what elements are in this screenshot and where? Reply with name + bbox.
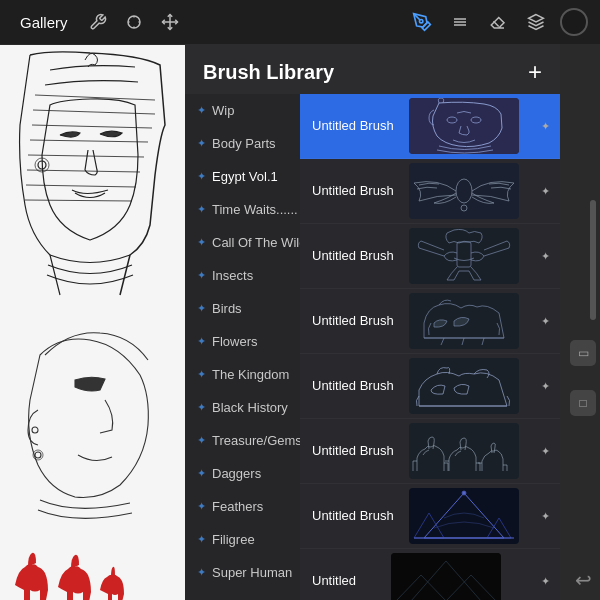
brush-item-info: Untitled — [312, 573, 356, 590]
svg-line-3 — [30, 140, 148, 142]
brush-item-info: Untitled Brush — [312, 248, 394, 265]
gallery-button[interactable]: Gallery — [12, 10, 76, 35]
category-item-feathers[interactable]: ✦ Feathers — [185, 490, 300, 523]
category-label: Call Of The Wild — [212, 235, 300, 250]
category-label: Wip — [212, 103, 234, 118]
category-label: Filigree — [212, 532, 255, 547]
category-label: The Kingdom — [212, 367, 289, 382]
color-swatch[interactable] — [560, 8, 588, 36]
category-label: Body Parts — [212, 136, 276, 151]
brush-item-info: Untitled Brush — [312, 183, 394, 200]
brush-edit-icon: ✦ — [541, 250, 550, 263]
wrench-icon[interactable] — [84, 8, 112, 36]
category-item-egypt-vol1[interactable]: ✦ Egypt Vol.1 — [185, 160, 300, 193]
brush-preview — [409, 293, 519, 349]
category-label: Daggers — [212, 466, 261, 481]
category-icon: ✦ — [197, 533, 206, 546]
brush-preview — [409, 358, 519, 414]
top-toolbar: Gallery — [0, 0, 600, 44]
category-icon: ✦ — [197, 401, 206, 414]
category-label: Treasure/Gems — [212, 433, 300, 448]
brush-item-name: Untitled Brush — [312, 313, 394, 328]
svg-point-34 — [462, 491, 466, 495]
category-label: Time Waits...... — [212, 202, 298, 217]
category-label: Birds — [212, 301, 242, 316]
brush-item-brush-7[interactable]: Untitled Brush ✦ — [300, 484, 560, 549]
category-item-call-wild[interactable]: ✦ Call Of The Wild — [185, 226, 300, 259]
brush-edit-icon: ✦ — [541, 380, 550, 393]
category-icon: ✦ — [197, 269, 206, 282]
brush-preview — [409, 423, 519, 479]
category-item-wip[interactable]: ✦ Wip — [185, 94, 300, 127]
category-item-body-parts[interactable]: ✦ Body Parts — [185, 127, 300, 160]
brush-item-info: Untitled Brush — [312, 443, 394, 460]
svg-point-13 — [128, 16, 140, 28]
brush-item-brush-6[interactable]: Untitled Brush ✦ — [300, 419, 560, 484]
toolbar-right — [408, 8, 588, 36]
brush-panel-header: Brush Library + — [185, 44, 560, 94]
scrollbar-track[interactable] — [590, 200, 596, 320]
category-label: Egypt Vol.1 — [212, 169, 278, 184]
category-icon: ✦ — [197, 236, 206, 249]
toolbar-left: Gallery — [12, 8, 398, 36]
brush-panel-title: Brush Library — [203, 61, 334, 84]
eraser-icon[interactable] — [484, 8, 512, 36]
brush-item-brush-8[interactable]: Untitled ✦ — [300, 549, 560, 600]
artwork-canvas[interactable] — [0, 45, 185, 600]
brush-item-name: Untitled Brush — [312, 118, 394, 133]
category-label: Flowers — [212, 334, 258, 349]
svg-line-4 — [28, 155, 144, 157]
brush-preview — [409, 98, 519, 154]
selection-icon[interactable] — [120, 8, 148, 36]
category-item-treasure-gems[interactable]: ✦ Treasure/Gems — [185, 424, 300, 457]
category-icon: ✦ — [197, 302, 206, 315]
svg-rect-28 — [409, 423, 519, 479]
brush-item-brush-2[interactable]: Untitled Brush ✦ — [300, 159, 560, 224]
brush-preview — [409, 163, 519, 219]
brush-edit-icon: ✦ — [541, 575, 550, 588]
scroll-control-2[interactable]: □ — [570, 390, 596, 416]
scroll-control-1[interactable]: ▭ — [570, 340, 596, 366]
svg-marker-17 — [529, 15, 544, 23]
smudge-icon[interactable] — [446, 8, 474, 36]
svg-point-16 — [420, 20, 423, 23]
category-item-time-waits[interactable]: ✦ Time Waits...... — [185, 193, 300, 226]
category-item-filigree[interactable]: ✦ Filigree — [185, 523, 300, 556]
brush-edit-icon: ✦ — [541, 120, 550, 133]
category-item-kingdom[interactable]: ✦ The Kingdom — [185, 358, 300, 391]
svg-line-1 — [33, 110, 155, 114]
brush-preview — [391, 553, 501, 600]
svg-line-2 — [32, 125, 152, 128]
category-item-flowers[interactable]: ✦ Flowers — [185, 325, 300, 358]
svg-point-10 — [32, 427, 38, 433]
brush-item-brush-4[interactable]: Untitled Brush ✦ — [300, 289, 560, 354]
svg-rect-35 — [391, 553, 501, 600]
brush-item-brush-1[interactable]: Untitled Brush ✦ — [300, 94, 560, 159]
category-item-black-history[interactable]: ✦ Black History — [185, 391, 300, 424]
svg-line-6 — [26, 185, 136, 187]
category-list: ✦ Wip ✦ Body Parts ✦ Egypt Vol.1 ✦ Time … — [185, 94, 300, 600]
brush-preview — [409, 228, 519, 284]
brush-edit-icon: ✦ — [541, 510, 550, 523]
brush-item-brush-5[interactable]: Untitled Brush ✦ — [300, 354, 560, 419]
brush-item-name: Untitled Brush — [312, 508, 394, 523]
layers-icon[interactable] — [522, 8, 550, 36]
category-label: Insects — [212, 268, 253, 283]
category-item-insects[interactable]: ✦ Insects — [185, 259, 300, 292]
category-icon: ✦ — [197, 203, 206, 216]
brush-item-brush-3[interactable]: Untitled Brush ✦ — [300, 224, 560, 289]
category-icon: ✦ — [197, 137, 206, 150]
transform-icon[interactable] — [156, 8, 184, 36]
brush-add-button[interactable]: + — [528, 60, 542, 84]
category-icon: ✦ — [197, 170, 206, 183]
artwork-drawing — [0, 45, 185, 600]
category-item-daggers[interactable]: ✦ Daggers — [185, 457, 300, 490]
category-item-birds[interactable]: ✦ Birds — [185, 292, 300, 325]
brush-item-name: Untitled — [312, 573, 356, 588]
brush-edit-icon: ✦ — [541, 445, 550, 458]
paint-brush-icon[interactable] — [408, 8, 436, 36]
category-item-super-human[interactable]: ✦ Super Human — [185, 556, 300, 589]
undo-button[interactable]: ↩ — [575, 568, 592, 592]
category-item-sports[interactable]: ✦ Sports — [185, 589, 300, 600]
svg-rect-24 — [409, 228, 519, 284]
